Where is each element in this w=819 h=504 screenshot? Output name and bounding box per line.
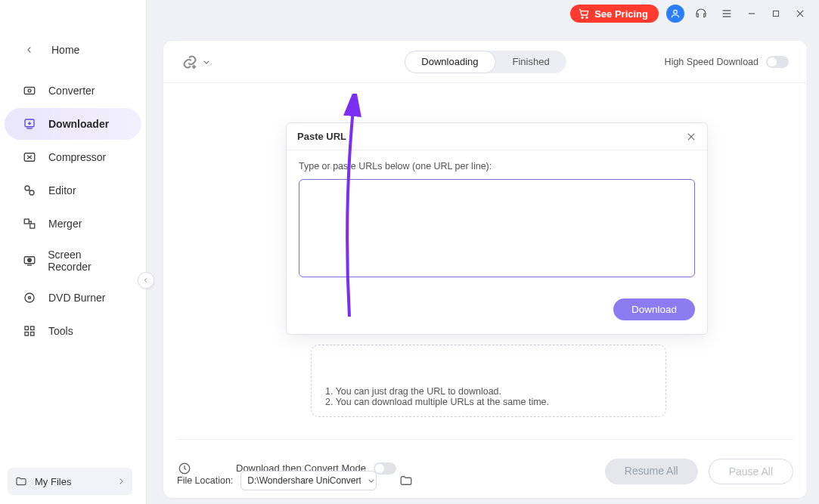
open-folder-button[interactable] (399, 474, 413, 487)
sidebar-item-label: Compressor (48, 151, 106, 163)
minimize-button[interactable] (743, 5, 760, 22)
editor-icon (21, 182, 38, 199)
maximize-button[interactable] (768, 5, 784, 22)
my-files-button[interactable]: My Files (8, 468, 132, 495)
file-location-label: File Location: (177, 475, 233, 486)
recorder-icon (21, 252, 37, 269)
user-avatar[interactable] (666, 5, 684, 23)
chevron-down-icon (203, 58, 210, 66)
hint-text: 2. You can download multiple URLs at the… (325, 397, 652, 407)
svg-point-21 (27, 258, 31, 262)
sidebar-collapse-button[interactable] (138, 272, 154, 289)
cart-icon (578, 8, 590, 20)
sidebar-item-label: Home (51, 44, 79, 56)
pause-all-button[interactable]: Pause All (709, 459, 793, 484)
sidebar-item-label: Editor (48, 184, 76, 196)
svg-point-15 (25, 186, 29, 190)
svg-rect-7 (774, 11, 779, 17)
svg-point-1 (586, 17, 588, 18)
button-label: Download (631, 304, 677, 315)
tab-downloading[interactable]: Downloading (404, 51, 495, 73)
chevron-right-icon (117, 478, 125, 485)
sidebar: Home Converter Downloader Compressor Edi… (0, 0, 147, 504)
svg-point-11 (28, 89, 31, 92)
svg-point-2 (674, 10, 678, 14)
tab-finished[interactable]: Finished (496, 51, 566, 73)
svg-rect-28 (31, 332, 35, 336)
compressor-icon (21, 149, 38, 165)
close-button[interactable] (792, 5, 808, 22)
tab-segment: Downloading Finished (404, 51, 566, 73)
file-location-select[interactable]: D:\Wondershare UniConverter (240, 471, 377, 490)
folder-icon (15, 475, 27, 487)
hints-box: 1. You can just drag the URL to download… (311, 345, 666, 417)
see-pricing-button[interactable]: See Pricing (570, 5, 659, 23)
converter-icon (21, 82, 38, 99)
sidebar-item-label: Downloader (48, 118, 109, 130)
link-add-icon (181, 54, 198, 70)
my-files-label: My Files (35, 476, 71, 487)
dvd-icon (21, 289, 38, 306)
resume-all-button[interactable]: Resume All (605, 459, 698, 484)
tab-label: Finished (513, 56, 550, 67)
sidebar-item-editor[interactable]: Editor (5, 175, 141, 206)
high-speed-toggle[interactable] (766, 56, 789, 68)
sidebar-item-label: Converter (48, 85, 95, 97)
sidebar-item-tools[interactable]: Tools (5, 315, 141, 347)
menu-icon[interactable] (718, 5, 736, 23)
sidebar-item-label: Tools (48, 325, 73, 337)
url-input[interactable] (299, 179, 695, 277)
dialog-title: Paste URL (297, 131, 346, 142)
svg-rect-27 (25, 332, 29, 336)
dialog-instruction: Type or paste URLs below (one URL per li… (299, 161, 695, 172)
download-button[interactable]: Download (613, 298, 695, 320)
svg-point-16 (29, 190, 34, 195)
svg-rect-26 (31, 326, 35, 330)
downloader-icon (21, 116, 38, 132)
button-label: Pause All (729, 465, 773, 478)
sidebar-item-label: DVD Burner (48, 292, 105, 304)
svg-line-17 (29, 190, 30, 191)
chevron-left-icon (21, 42, 38, 58)
svg-rect-10 (24, 88, 35, 94)
svg-point-24 (29, 297, 31, 299)
svg-rect-25 (25, 326, 29, 330)
svg-point-0 (582, 17, 583, 18)
sidebar-item-merger[interactable]: Merger (5, 208, 141, 240)
sidebar-item-label: Screen Recorder (48, 249, 125, 273)
high-speed-label: High Speed Download (665, 57, 759, 67)
svg-point-23 (25, 293, 34, 302)
merger-icon (21, 215, 38, 232)
support-icon[interactable] (692, 5, 710, 23)
svg-rect-19 (30, 224, 35, 228)
sidebar-item-compressor[interactable]: Compressor (5, 141, 141, 173)
hint-text: 1. You can just drag the URL to download… (325, 386, 652, 397)
tools-icon (21, 323, 38, 339)
button-label: Resume All (625, 465, 678, 477)
sidebar-item-label: Merger (48, 218, 82, 230)
svg-rect-18 (24, 219, 29, 224)
close-icon[interactable] (686, 131, 696, 142)
pricing-label: See Pricing (594, 8, 648, 20)
tab-label: Downloading (421, 56, 478, 67)
sidebar-item-dvd-burner[interactable]: DVD Burner (5, 282, 141, 314)
paste-url-dialog: Paste URL Type or paste URLs below (one … (286, 122, 708, 335)
sidebar-item-downloader[interactable]: Downloader (5, 108, 141, 140)
sidebar-item-home[interactable]: Home (5, 34, 141, 66)
sidebar-item-converter[interactable]: Converter (5, 75, 141, 107)
sidebar-item-screen-recorder[interactable]: Screen Recorder (5, 241, 141, 280)
add-url-button[interactable] (181, 54, 210, 70)
